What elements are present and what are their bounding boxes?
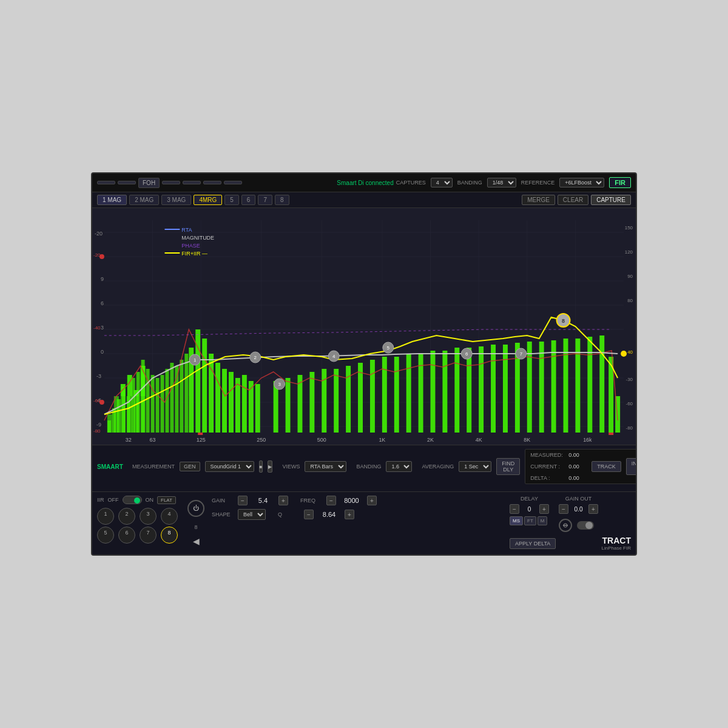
gen-button[interactable]: GEN — [180, 462, 200, 471]
svg-text:0: 0 — [101, 349, 104, 355]
measurement-section: SMAART MEASUREMENT GEN SoundGrid 1 ■ ▶ V… — [92, 445, 636, 491]
track-button[interactable]: TRACK — [592, 461, 621, 472]
svg-text:RTA: RTA — [181, 227, 192, 233]
svg-text:500: 500 — [317, 437, 326, 443]
preset-2[interactable] — [118, 181, 136, 184]
tab-4-mrg[interactable]: 4MRG — [194, 195, 222, 205]
gain-out-value: 0.0 — [571, 506, 586, 513]
svg-rect-82 — [406, 354, 411, 433]
tract-sub: LinPhase FIR — [602, 545, 631, 551]
reference-dropdown[interactable]: +6LFBoost — [559, 178, 604, 187]
gain-minus[interactable]: − — [238, 496, 248, 505]
svg-text:150: 150 — [625, 225, 633, 231]
shape-dropdown[interactable]: Bell — [238, 509, 266, 520]
measurement-label: MEASUREMENT — [132, 463, 175, 470]
current-row: CURRENT : 0.00 TRACK INSERT DLY — [530, 458, 637, 475]
ft-button[interactable]: FT — [524, 516, 536, 525]
preset-foh[interactable]: FOH — [138, 178, 160, 188]
iir-row: IIR OFF ON FLAT — [97, 496, 180, 504]
freq-minus[interactable]: − — [326, 496, 336, 505]
tract-name: TRACT — [602, 536, 631, 545]
preset-6[interactable] — [203, 181, 221, 184]
m-button[interactable]: M — [538, 516, 548, 525]
flat-button[interactable]: FLAT — [157, 496, 176, 504]
source-dropdown[interactable]: SoundGrid 1 — [205, 461, 254, 472]
band-8[interactable]: 8 — [161, 527, 178, 544]
delay-units: MS FT M — [510, 516, 549, 525]
band-1[interactable]: 1 — [97, 508, 114, 525]
averaging-label: AVERAGING — [422, 463, 454, 470]
svg-text:7: 7 — [520, 351, 523, 357]
captures-dropdown[interactable]: 4 — [431, 178, 453, 187]
delay-plus[interactable]: + — [539, 504, 549, 514]
tab-8[interactable]: 8 — [275, 195, 289, 205]
svg-text:5: 5 — [387, 345, 390, 351]
tab-7[interactable]: 7 — [258, 195, 272, 205]
band-6[interactable]: 6 — [118, 527, 135, 544]
bypass-button[interactable] — [559, 519, 572, 532]
svg-rect-53 — [608, 433, 613, 435]
svg-rect-65 — [222, 369, 227, 433]
speaker-icon[interactable]: ◀ — [190, 535, 202, 547]
play-button[interactable]: ▶ — [268, 460, 272, 473]
preset-5[interactable] — [183, 181, 201, 184]
views-dropdown[interactable]: RTA Bars — [305, 461, 346, 472]
q-plus[interactable]: + — [345, 510, 354, 519]
ms-button[interactable]: MS — [510, 516, 523, 525]
gain-plus[interactable]: + — [278, 496, 288, 505]
delay-header: DELAY — [510, 496, 549, 502]
tab-3-mag[interactable]: 3 MAG — [161, 195, 191, 205]
preset-7[interactable] — [224, 181, 242, 184]
on-label: ON — [146, 497, 154, 503]
merge-button[interactable]: MERGE — [522, 195, 555, 205]
svg-text:PHASE: PHASE — [181, 243, 200, 249]
svg-text:-40: -40 — [93, 325, 101, 331]
svg-text:MAGNITUDE: MAGNITUDE — [181, 235, 214, 241]
stop-button[interactable]: ■ — [259, 460, 263, 473]
power-icon: ⏻ — [193, 505, 199, 511]
band-5[interactable]: 5 — [97, 527, 114, 544]
band-4[interactable]: 4 — [161, 508, 178, 525]
find-dly-button[interactable]: FIND DLY — [496, 458, 520, 475]
gain-out-plus[interactable]: + — [588, 504, 598, 514]
banding-dropdown[interactable]: 1/48 — [487, 178, 516, 187]
svg-text:2: 2 — [254, 355, 257, 360]
power-button[interactable]: ⏻ — [187, 500, 204, 517]
tab-1-mag[interactable]: 1 MAG — [97, 195, 127, 205]
gain-out-minus[interactable]: − — [559, 504, 568, 514]
fir-button[interactable]: FIR — [609, 177, 631, 188]
svg-rect-87 — [467, 348, 471, 433]
svg-rect-52 — [198, 433, 203, 435]
tab-2-mag[interactable]: 2 MAG — [129, 195, 159, 205]
band-7[interactable]: 7 — [140, 527, 157, 544]
insert-dly-button[interactable]: INSERT DLY — [626, 458, 637, 475]
captures-label: CAPTURES — [396, 180, 426, 186]
delay-minus[interactable]: − — [510, 504, 519, 514]
q-minus[interactable]: − — [304, 510, 314, 519]
output-toggle[interactable] — [577, 521, 594, 530]
gain-out-stepper: − 0.0 + — [559, 504, 598, 514]
iir-toggle[interactable] — [123, 496, 142, 504]
analyzer-area: -20 9 6 3 0 -3 -6 -9 -20 -40 -60 -80 150 — [92, 208, 636, 445]
svg-rect-62 — [202, 339, 207, 433]
tab-5[interactable]: 5 — [224, 195, 239, 205]
averaging-dropdown[interactable]: 1 Sec — [459, 461, 491, 472]
banding-m-dropdown[interactable]: 1.6 — [386, 461, 412, 472]
bypass-row — [559, 519, 598, 532]
shape-label: SHAPE — [212, 511, 233, 517]
tab-6[interactable]: 6 — [241, 195, 256, 205]
svg-rect-66 — [229, 372, 234, 433]
current-key: CURRENT : — [530, 463, 564, 470]
apply-delta-button[interactable]: APPLY DELTA — [510, 538, 556, 549]
svg-rect-64 — [215, 363, 220, 433]
preset-4[interactable] — [162, 181, 180, 184]
clear-button[interactable]: CLEAR — [558, 195, 588, 205]
band-2[interactable]: 2 — [118, 508, 135, 525]
preset-1[interactable] — [97, 181, 115, 184]
svg-text:63: 63 — [150, 437, 156, 443]
delta-row: DELTA : 0.00 — [530, 475, 637, 481]
band-3[interactable]: 3 — [140, 508, 157, 525]
freq-plus[interactable]: + — [367, 496, 377, 505]
svg-text:4K: 4K — [476, 437, 482, 443]
capture-button[interactable]: CAPTURE — [591, 195, 631, 205]
